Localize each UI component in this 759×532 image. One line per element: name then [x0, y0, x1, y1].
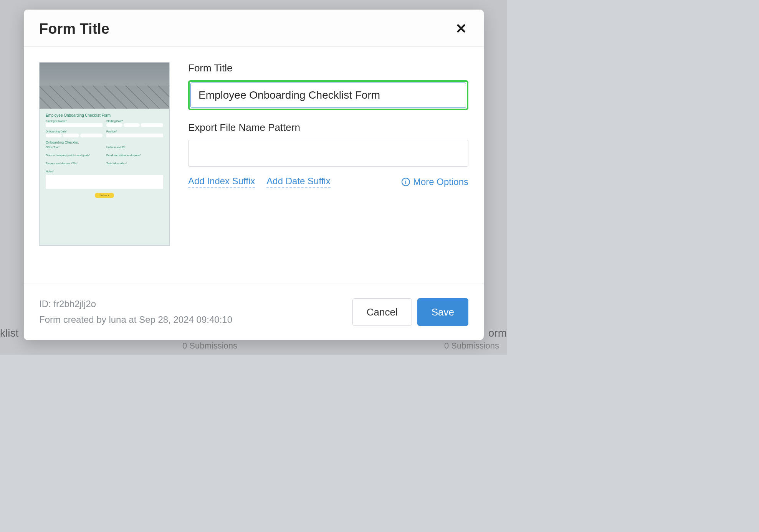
fields-panel: Form Title Export File Name Pattern Add …	[188, 62, 468, 268]
footer-info: ID: fr2bh2jlj2o Form created by luna at …	[39, 296, 347, 328]
modal-header: Form Title ✕	[24, 10, 484, 47]
add-date-suffix-link[interactable]: Add Date Suffix	[266, 176, 330, 188]
form-created-text: Form created by luna at Sep 28, 2024 09:…	[39, 312, 347, 328]
close-button[interactable]: ✕	[454, 20, 468, 37]
modal-title: Form Title	[39, 21, 109, 37]
form-title-input[interactable]	[190, 83, 466, 108]
form-title-label: Form Title	[188, 62, 468, 74]
preview-banner-image	[40, 63, 169, 109]
export-pattern-label: Export File Name Pattern	[188, 122, 468, 134]
modal-body: Employee Onboarding Checklist Form Emplo…	[24, 47, 484, 284]
form-id-text: ID: fr2bh2jlj2o	[39, 296, 347, 312]
info-icon: i	[402, 178, 410, 186]
form-title-highlight	[188, 80, 468, 110]
modal-footer: ID: fr2bh2jlj2o Form created by luna at …	[24, 284, 484, 340]
more-options-label: More Options	[413, 177, 468, 187]
add-index-suffix-link[interactable]: Add Index Suffix	[188, 176, 255, 188]
more-options-link[interactable]: i More Options	[402, 177, 468, 187]
export-pattern-input[interactable]	[188, 140, 468, 167]
save-button[interactable]: Save	[417, 298, 468, 326]
form-title-modal: Form Title ✕ Employee Onboarding Checkli…	[24, 10, 484, 340]
cancel-button[interactable]: Cancel	[352, 298, 412, 326]
preview-form-title: Employee Onboarding Checklist Form	[46, 113, 163, 117]
form-preview-thumbnail: Employee Onboarding Checklist Form Emplo…	[39, 62, 170, 246]
preview-form-body: Employee Onboarding Checklist Form Emplo…	[40, 109, 169, 245]
close-icon: ✕	[455, 21, 467, 36]
